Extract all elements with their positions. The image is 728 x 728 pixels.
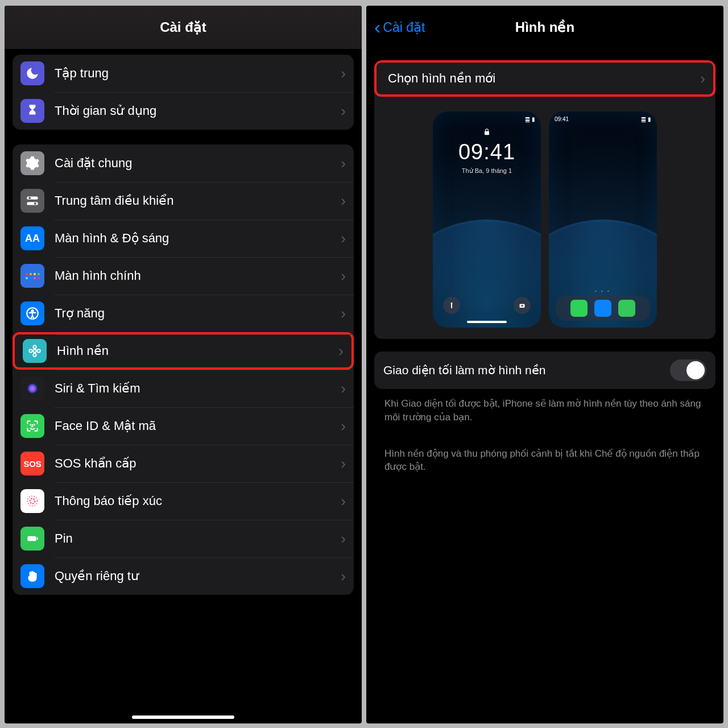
- settings-group-focus: Tập trung › Thời gian sử dụng ›: [13, 55, 354, 130]
- row-label: Thời gian sử dụng: [55, 104, 341, 118]
- switch-knob: [686, 361, 705, 379]
- homescreen-preview[interactable]: 09:41䷀ ▮ • • •: [549, 111, 657, 328]
- lock-date: Thứ Ba, 9 tháng 1: [433, 167, 541, 175]
- lock-time: 09:41: [433, 140, 541, 164]
- mini-home-indicator: [467, 321, 507, 323]
- row-exposure-notification[interactable]: Thông báo tiếp xúc ›: [13, 482, 354, 520]
- row-label: Hình nền: [57, 344, 338, 358]
- chevron-right-icon: ›: [341, 65, 346, 82]
- apps-grid-icon: [20, 264, 44, 288]
- row-label: Pin: [55, 531, 341, 546]
- mini-statusbar: 09:41䷀ ▮: [555, 116, 651, 122]
- svg-point-10: [37, 349, 40, 352]
- messages-app-icon: [618, 300, 635, 317]
- dock: [556, 296, 650, 321]
- row-label: Siri & Tìm kiếm: [55, 381, 341, 396]
- chevron-right-icon: ›: [341, 455, 346, 473]
- row-label: Tập trung: [55, 66, 341, 81]
- lockscreen-preview[interactable]: ䷀ ▮ 09:41 Thứ Ba, 9 tháng 1: [433, 111, 541, 328]
- svg-point-2: [28, 197, 31, 199]
- dark-dim-toggle-row: Giao diện tối làm mờ hình nền: [374, 351, 715, 389]
- svg-point-7: [33, 345, 36, 348]
- svg-rect-18: [485, 131, 489, 135]
- chevron-right-icon: ›: [338, 342, 344, 360]
- row-label: Chọn hình nền mới: [388, 71, 700, 86]
- wallpaper-content: Chọn hình nền mới › ䷀ ▮ 09:41 Thứ Ba, 9 …: [366, 49, 723, 723]
- settings-list[interactable]: Tập trung › Thời gian sử dụng › Cài đặt …: [5, 49, 362, 723]
- svg-point-14: [30, 499, 35, 504]
- safari-app-icon: [594, 300, 611, 317]
- hourglass-icon: [20, 99, 44, 123]
- hand-icon: [20, 564, 44, 588]
- svg-point-15: [27, 496, 37, 506]
- chevron-right-icon: ›: [341, 380, 346, 398]
- svg-point-6: [33, 349, 36, 352]
- row-label: Màn hình chính: [55, 268, 341, 283]
- row-wallpaper[interactable]: Hình nền ›: [13, 332, 354, 370]
- phone-app-icon: [570, 300, 588, 317]
- svg-rect-1: [27, 202, 38, 205]
- dark-dim-switch[interactable]: [670, 359, 706, 381]
- faceid-icon: [20, 414, 44, 438]
- flower-icon: [23, 339, 47, 363]
- toggles-icon: [20, 189, 44, 213]
- svg-point-11: [27, 383, 38, 394]
- row-general[interactable]: Cài đặt chung ›: [13, 144, 354, 182]
- moon-icon: [20, 61, 44, 85]
- settings-group-main: Cài đặt chung › Trung tâm điều khiển › A…: [13, 144, 354, 595]
- chevron-right-icon: ›: [341, 230, 346, 247]
- row-home-screen[interactable]: Màn hình chính ›: [13, 257, 354, 295]
- chevron-right-icon: ›: [341, 102, 346, 120]
- flashlight-icon: [443, 297, 460, 314]
- svg-rect-0: [27, 196, 38, 199]
- row-accessibility[interactable]: Trợ năng ›: [13, 295, 354, 332]
- row-control-center[interactable]: Trung tâm điều khiển ›: [13, 182, 354, 220]
- chevron-right-icon: ›: [341, 568, 346, 585]
- row-emergency-sos[interactable]: SOS SOS khẩn cấp ›: [13, 445, 354, 482]
- svg-rect-16: [27, 536, 36, 541]
- chevron-right-icon: ›: [341, 530, 346, 548]
- svg-point-3: [34, 202, 36, 205]
- back-button[interactable]: ‹ Cài đặt: [374, 20, 425, 35]
- camera-icon: [514, 297, 531, 314]
- row-label: SOS khẩn cấp: [55, 456, 341, 471]
- lock-icon: [483, 127, 491, 139]
- row-label: Trung tâm điều khiển: [55, 193, 341, 208]
- chevron-right-icon: ›: [341, 417, 346, 435]
- wallpaper-screen: ‹ Cài đặt Hình nền Chọn hình nền mới › ䷀…: [366, 6, 723, 723]
- choose-wallpaper-row[interactable]: Chọn hình nền mới ›: [374, 60, 715, 97]
- svg-point-9: [29, 349, 32, 352]
- exposure-icon: [20, 489, 44, 513]
- wallpaper-previews: ䷀ ▮ 09:41 Thứ Ba, 9 tháng 1 09:41䷀ ▮: [374, 97, 715, 339]
- settings-screen: Cài đặt Tập trung › Thời gian sử dụng ›: [5, 6, 362, 723]
- row-label: Quyền riêng tư: [55, 569, 341, 584]
- svg-point-12: [30, 424, 31, 425]
- svg-point-5: [31, 310, 33, 312]
- toggle-label: Giao diện tối làm mờ hình nền: [383, 363, 670, 377]
- row-focus[interactable]: Tập trung ›: [13, 55, 354, 92]
- chevron-right-icon: ›: [341, 155, 346, 172]
- chevron-right-icon: ›: [700, 70, 705, 88]
- home-indicator[interactable]: [132, 715, 234, 719]
- svg-rect-17: [37, 537, 38, 540]
- sos-icon: SOS: [20, 452, 44, 475]
- accessibility-icon: [20, 301, 44, 325]
- back-label: Cài đặt: [383, 20, 425, 35]
- row-siri-search[interactable]: Siri & Tìm kiếm ›: [13, 370, 354, 407]
- wallpaper-group: Chọn hình nền mới › ䷀ ▮ 09:41 Thứ Ba, 9 …: [374, 60, 715, 339]
- row-battery[interactable]: Pin ›: [13, 520, 354, 557]
- page-title: Hình nền: [515, 19, 574, 35]
- chevron-right-icon: ›: [341, 192, 346, 210]
- row-label: Thông báo tiếp xúc: [55, 494, 341, 508]
- row-label: Cài đặt chung: [55, 156, 341, 171]
- svg-point-8: [33, 353, 36, 356]
- titlebar: Cài đặt: [5, 6, 362, 49]
- row-label: Trợ năng: [55, 306, 341, 321]
- footnote-2: Hình nền động và thu phóng phối cảnh bị …: [374, 439, 715, 474]
- svg-point-13: [34, 424, 35, 425]
- row-privacy[interactable]: Quyền riêng tư ›: [13, 557, 354, 595]
- chevron-right-icon: ›: [341, 493, 346, 510]
- row-screen-time[interactable]: Thời gian sử dụng ›: [13, 92, 354, 130]
- row-display-brightness[interactable]: AA Màn hình & Độ sáng ›: [13, 220, 354, 257]
- row-faceid-passcode[interactable]: Face ID & Mật mã ›: [13, 407, 354, 445]
